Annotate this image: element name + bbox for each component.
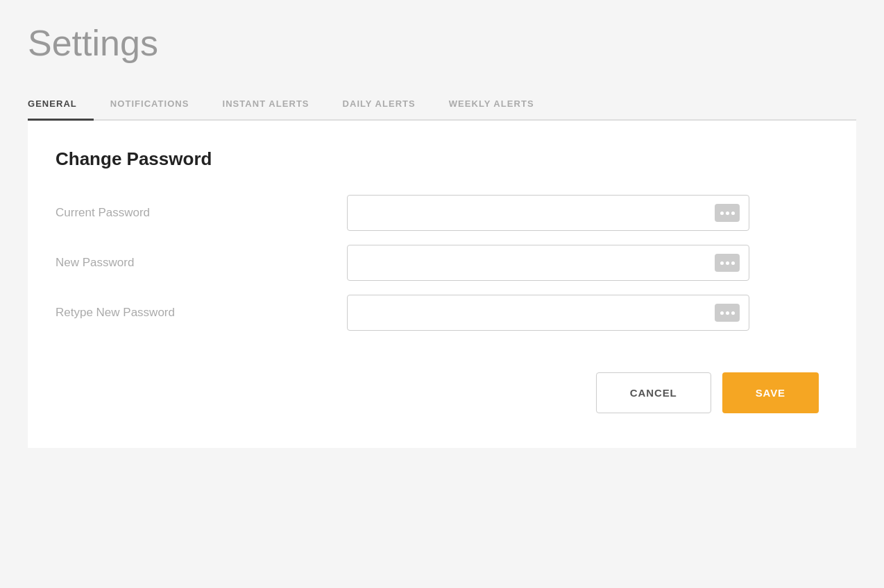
tabs-bar: GENERAL NOTIFICATIONS INSTANT ALERTS DAI…	[28, 89, 856, 121]
current-password-input[interactable]	[347, 195, 749, 231]
current-password-toggle-icon[interactable]	[715, 204, 740, 222]
new-password-row: New Password	[56, 245, 819, 281]
retype-password-wrapper	[347, 295, 749, 331]
current-password-row: Current Password	[56, 195, 819, 231]
new-password-label: New Password	[56, 256, 347, 270]
current-password-label: Current Password	[56, 206, 347, 220]
cancel-button[interactable]: CANCEL	[596, 372, 711, 413]
content-area: Change Password Current Password New Pa	[28, 121, 856, 448]
tab-notifications[interactable]: NOTIFICATIONS	[94, 89, 206, 121]
new-password-input[interactable]	[347, 245, 749, 281]
retype-password-row: Retype New Password	[56, 295, 819, 331]
retype-password-label: Retype New Password	[56, 306, 347, 320]
new-password-wrapper	[347, 245, 749, 281]
change-password-section: Change Password Current Password New Pa	[56, 148, 819, 413]
tab-general[interactable]: GENERAL	[28, 89, 94, 121]
page-title: Settings	[28, 22, 856, 64]
current-password-wrapper	[347, 195, 749, 231]
tab-daily-alerts[interactable]: DAILY ALERTS	[326, 89, 432, 121]
section-title: Change Password	[56, 148, 819, 170]
tab-weekly-alerts[interactable]: WEEKLY ALERTS	[432, 89, 551, 121]
save-button[interactable]: SAVE	[722, 372, 819, 413]
page-container: Settings GENERAL NOTIFICATIONS INSTANT A…	[0, 0, 884, 470]
retype-password-toggle-icon[interactable]	[715, 304, 740, 322]
buttons-row: CANCEL SAVE	[56, 372, 819, 413]
tab-instant-alerts[interactable]: INSTANT ALERTS	[206, 89, 326, 121]
new-password-toggle-icon[interactable]	[715, 254, 740, 272]
retype-password-input[interactable]	[347, 295, 749, 331]
